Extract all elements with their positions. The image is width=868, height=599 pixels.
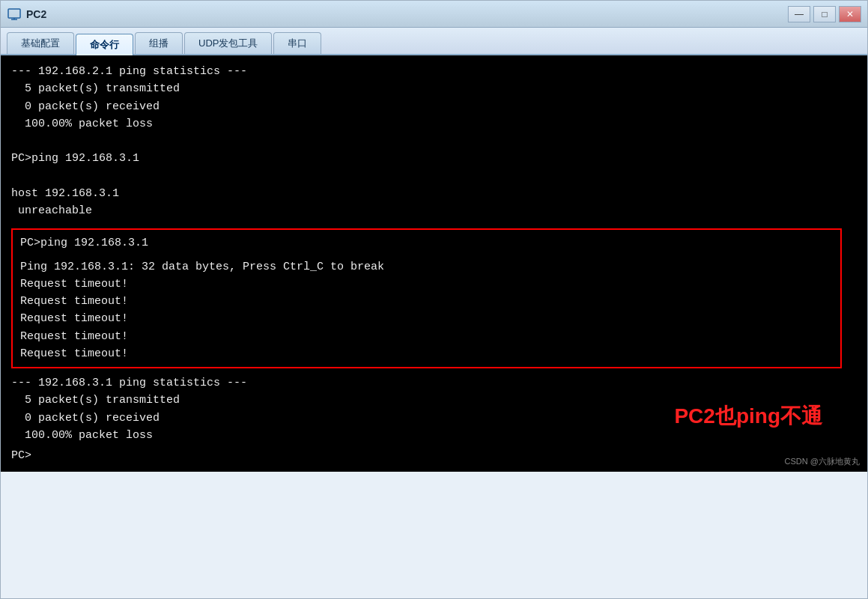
window-title: PC2 — [26, 8, 788, 20]
tab-serial[interactable]: 串口 — [273, 32, 321, 54]
app-icon — [7, 7, 22, 22]
close-button[interactable]: ✕ — [839, 6, 861, 22]
timeout-line-5: Request timeout! — [20, 345, 833, 362]
prompt-text: PC> — [11, 449, 31, 462]
minimize-button[interactable]: — — [788, 6, 810, 22]
tab-cmdline[interactable]: 命令行 — [76, 34, 133, 55]
main-window: PC2 — □ ✕ 基础配置 命令行 组播 UDP发包工具 串口 --- 192… — [0, 0, 868, 599]
highlight-section: PC>ping 192.168.3.1 Ping 192.168.3.1: 32… — [11, 228, 842, 368]
watermark: CSDN @六脉地黄丸 — [785, 456, 860, 467]
timeout-line-1: Request timeout! — [20, 276, 833, 293]
window-controls: — □ ✕ — [788, 6, 861, 22]
terminal-wrapper: --- 192.168.2.1 ping statistics --- 5 pa… — [1, 55, 867, 598]
terminal-output-before: --- 192.168.2.1 ping statistics --- 5 pa… — [11, 63, 857, 219]
terminal-prompt[interactable]: PC>​ — [11, 447, 857, 464]
ping-info-line: Ping 192.168.3.1: 32 data bytes, Press C… — [20, 258, 833, 276]
timeout-line-2: Request timeout! — [20, 293, 833, 310]
tab-udp[interactable]: UDP发包工具 — [184, 32, 272, 54]
ping-command: PC>ping 192.168.3.1 — [20, 234, 833, 252]
timeout-line-3: Request timeout! — [20, 310, 833, 327]
tab-jichu[interactable]: 基础配置 — [7, 32, 74, 54]
annotation-text: PC2也ping不通 — [674, 402, 822, 431]
terminal-area[interactable]: --- 192.168.2.1 ping statistics --- 5 pa… — [1, 55, 867, 472]
title-bar: PC2 — □ ✕ — [1, 1, 867, 28]
maximize-button[interactable]: □ — [813, 6, 836, 22]
timeout-line-4: Request timeout! — [20, 328, 833, 345]
tab-zubo[interactable]: 组播 — [135, 32, 183, 54]
svg-rect-0 — [8, 9, 20, 18]
tab-bar: 基础配置 命令行 组播 UDP发包工具 串口 — [1, 28, 867, 55]
